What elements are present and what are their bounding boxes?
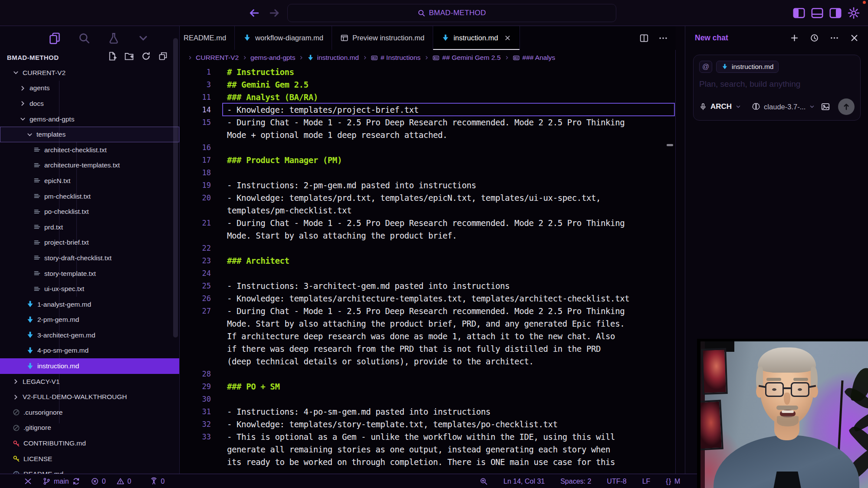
tree-item[interactable]: architecture-templates.txt (0, 158, 179, 174)
tree-item[interactable]: templates (0, 127, 179, 142)
chevron-down-icon[interactable] (735, 104, 741, 110)
tree-item[interactable]: prd.txt (0, 219, 179, 235)
remote-icon[interactable] (24, 477, 32, 485)
tree-item[interactable]: .cursorignore (0, 405, 179, 420)
tree-item[interactable]: instruction.md (0, 358, 179, 374)
mention-button[interactable]: @ (699, 61, 712, 73)
editor-line[interactable]: 28 (180, 367, 676, 380)
back-arrow-icon[interactable] (248, 7, 260, 19)
editor-line[interactable]: 1 # Instructions (180, 66, 676, 78)
attach-image-icon[interactable] (821, 102, 830, 111)
toggle-left-sidebar-icon[interactable] (792, 7, 806, 20)
editor-line[interactable]: (deep technical details or solutions), p… (180, 355, 676, 367)
tree-item[interactable]: story-template.txt (0, 266, 179, 282)
editor-line[interactable]: 30 (180, 393, 676, 405)
breadcrumb-item[interactable]: ## Gemini Gem 2.5 (424, 54, 500, 62)
indent-setting[interactable]: Spaces: 2 (560, 478, 591, 485)
editor-line[interactable]: 25 - Instructions: 3-architect-gem.md pa… (180, 279, 676, 292)
editor-line[interactable]: 14 - Knowledge: templates/project-brief.… (180, 103, 676, 116)
toggle-bottom-panel-icon[interactable] (811, 7, 824, 20)
encoding[interactable]: UTF-8 (607, 478, 626, 485)
editor-line[interactable]: if there was deep research from the PRD … (180, 342, 676, 355)
new-folder-icon[interactable] (124, 51, 134, 61)
editor-line[interactable]: 21 - During Chat - Mode 1 - 2.5 Pro Deep… (180, 216, 676, 229)
tree-item[interactable]: V2-FULL-DEMO-WALKTHROUGH (0, 389, 179, 405)
editor-tab[interactable]: README.md (180, 26, 235, 50)
tree-item[interactable]: 3-architect-gem.md (0, 328, 179, 343)
tree-item[interactable]: ui-ux-spec.txt (0, 281, 179, 297)
tree-item[interactable]: project-brief.txt (0, 235, 179, 251)
editor-tab[interactable]: workflow-diagram.md (235, 26, 332, 50)
new-chat-plus-icon[interactable] (790, 33, 799, 43)
tree-item[interactable]: 4-po-sm-gem.md (0, 343, 179, 359)
editor-line[interactable]: its ready to be worked on through comple… (180, 455, 676, 468)
search-icon[interactable] (78, 32, 90, 44)
tree-item[interactable]: docs (0, 96, 179, 111)
explorer-icon[interactable] (49, 32, 61, 44)
language-mode[interactable]: {} M (666, 478, 680, 485)
split-editor-icon[interactable] (639, 33, 649, 43)
flask-icon[interactable] (108, 32, 120, 44)
editor-line[interactable]: 19 - Instructions: 2-pm-gem.md pasted in… (180, 179, 676, 191)
tree-item[interactable]: architect-checklist.txt (0, 142, 179, 158)
editor-line[interactable]: Mode + optional mode 1 deep research att… (180, 128, 676, 141)
editor-line[interactable]: 3 ## Gemini Gem 2.5 (180, 78, 676, 91)
tree-item[interactable]: epicN.txt (0, 173, 179, 189)
cursor-position[interactable]: Ln 14, Col 31 (503, 478, 545, 485)
refresh-icon[interactable] (141, 51, 151, 61)
command-search-box[interactable]: BMAD-METHOD (287, 4, 616, 22)
tree-item[interactable]: po-checklist.txt (0, 204, 179, 219)
toggle-right-sidebar-icon[interactable] (829, 7, 842, 20)
chat-input-card[interactable]: @ instruction.md Plan, search, build any… (693, 55, 861, 121)
tree-item[interactable]: .gitignore (0, 420, 179, 436)
close-panel-icon[interactable] (850, 33, 859, 43)
microphone-icon[interactable] (699, 103, 707, 111)
editor-line[interactable]: 17 ### Product Manager (PM) (180, 154, 676, 166)
tree-item[interactable]: 2-pm-gem.md (0, 312, 179, 328)
tree-item[interactable]: CURRENT-V2 (0, 65, 179, 81)
tree-item[interactable]: LICENSE (0, 451, 179, 467)
breadcrumb-item[interactable]: ### Analys (504, 54, 556, 62)
new-file-icon[interactable] (107, 51, 117, 61)
more-options-icon[interactable] (830, 33, 839, 43)
editor-line[interactable]: 32 - Knowledge: templates/story-template… (180, 418, 676, 430)
editor-tab[interactable]: Preview instruction.md (332, 26, 433, 50)
git-branch-indicator[interactable]: main (43, 477, 80, 485)
editor-line[interactable]: 26 - Knowledge: templates/architecture-t… (180, 292, 676, 305)
editor-line[interactable]: 23 ### Architect (180, 254, 676, 267)
sidebar-scrollbar[interactable] (173, 38, 178, 337)
editor-line[interactable]: If architecture deep research was done a… (180, 330, 676, 342)
editor-line[interactable]: 27 - During Chat - Mode 1 - 2.5 Pro Deep… (180, 305, 676, 317)
breadcrumb-item[interactable]: instruction.md (298, 54, 358, 62)
editor-line[interactable]: 29 ### PO + SM (180, 380, 676, 393)
tree-item[interactable]: story-draft-checklist.txt (0, 250, 179, 266)
collapse-all-icon[interactable] (158, 51, 168, 61)
tree-item[interactable]: gems-and-gpts (0, 111, 179, 127)
editor-line[interactable]: templates/pm-checklist.txt (180, 204, 676, 216)
tree-item[interactable]: README.md (0, 466, 179, 474)
editor-line[interactable]: generate all remaining stories as one ou… (180, 443, 676, 455)
tree-item[interactable]: CONTRIBUTING.md (0, 436, 179, 451)
mode-selector[interactable]: ARCH (710, 102, 732, 111)
close-icon[interactable] (504, 34, 511, 42)
tree-item[interactable]: pm-checklist.txt (0, 189, 179, 204)
editor-line[interactable]: Mode. Start by also attaching the produc… (180, 317, 676, 330)
more-actions-icon[interactable] (658, 33, 668, 43)
breadcrumb-item[interactable]: CURRENT-V2 (187, 54, 239, 62)
model-selector[interactable]: claude-3.7-... (764, 103, 806, 111)
breadcrumb-item[interactable]: gems-and-gpts (242, 54, 295, 62)
ports-indicator[interactable]: 0 (150, 477, 165, 485)
settings-gear-icon[interactable] (847, 7, 860, 20)
editor-line[interactable]: Mode. Start by also attaching the produc… (180, 229, 676, 242)
forward-arrow-icon[interactable] (268, 7, 280, 19)
editor-line[interactable]: 18 (180, 166, 676, 179)
editor-line[interactable]: 11 ### Analyst (BA/RA) (180, 91, 676, 103)
eol-setting[interactable]: LF (642, 478, 651, 485)
tree-item[interactable]: 1-analyst-gem.md (0, 297, 179, 312)
breadcrumb-item[interactable]: # Instructions (362, 54, 421, 62)
chevron-down-icon[interactable] (137, 32, 149, 44)
send-button[interactable] (838, 98, 855, 115)
tree-item[interactable]: agents (0, 81, 179, 96)
warnings-indicator[interactable]: 0 (116, 477, 132, 485)
editor-line[interactable]: 31 - Instructions: 4-po-sm-gem.md pasted… (180, 405, 676, 418)
